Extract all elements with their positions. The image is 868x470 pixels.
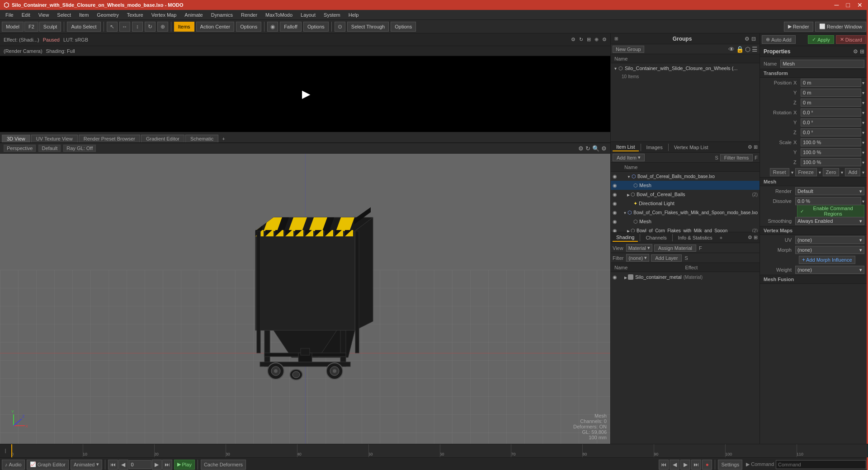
tab-channels[interactable]: Channels xyxy=(642,234,670,241)
menu-item[interactable]: Item xyxy=(75,11,92,19)
sculpt-button[interactable]: Sculpt xyxy=(39,22,61,32)
name-input[interactable]: Mesh xyxy=(780,60,864,68)
menu-view[interactable]: View xyxy=(35,11,53,19)
tool-icon-1[interactable]: ↖ xyxy=(107,22,118,32)
transport-4[interactable]: ⏭ xyxy=(691,460,701,470)
tool-icon-5[interactable]: ⊕ xyxy=(157,22,168,32)
enable-cmd-button[interactable]: Enable Command Regions xyxy=(797,205,864,217)
transform-section[interactable]: Transform xyxy=(760,69,868,78)
transport-1[interactable]: ⏮ xyxy=(659,460,669,470)
vp-icon-4[interactable]: ⊕ xyxy=(594,37,599,42)
position-x-input[interactable]: 0 m xyxy=(801,79,861,87)
select-through-icon[interactable]: ⊙ xyxy=(335,22,345,32)
add-item-button[interactable]: Add Item ▾ xyxy=(613,154,645,161)
item-visibility-3[interactable] xyxy=(613,192,620,197)
render-button[interactable]: ▶ Render xyxy=(784,22,813,32)
maximize-button[interactable]: □ xyxy=(844,1,852,9)
play-prev-button[interactable]: ◀ xyxy=(118,460,128,470)
groups-expand-btn[interactable]: ⊟ xyxy=(751,36,756,42)
groups-icon-2[interactable]: 🔒 xyxy=(736,46,744,53)
tool-icon-3[interactable]: ↕ xyxy=(132,22,143,32)
item-visibility-5[interactable] xyxy=(613,210,618,216)
play-button[interactable] xyxy=(292,80,319,108)
tool-icon-4[interactable]: ↻ xyxy=(145,22,156,32)
mesh-section[interactable]: Mesh xyxy=(760,177,868,186)
menu-geometry[interactable]: Geometry xyxy=(93,11,122,19)
menu-vertex-map[interactable]: Vertex Map xyxy=(148,11,180,19)
tab-shading[interactable]: Shading xyxy=(613,234,638,242)
il-icon-settings[interactable]: ⚙ xyxy=(748,144,752,150)
scale-z-input[interactable]: 100.0 % xyxy=(801,158,861,166)
options-button-3[interactable]: Options xyxy=(391,22,416,32)
menu-select[interactable]: Select xyxy=(53,11,75,19)
groups-settings-icon[interactable]: ⚙ xyxy=(745,36,750,42)
il-icon-expand[interactable]: ⊞ xyxy=(754,144,758,150)
item-visibility-1[interactable] xyxy=(613,174,620,179)
view-dropdown[interactable]: Material xyxy=(626,244,652,252)
tab-uv-texture[interactable]: UV Texture View xyxy=(31,135,78,142)
item-visibility-6[interactable] xyxy=(613,219,620,225)
add-morph-button[interactable]: Add Morph Influence xyxy=(799,256,855,264)
reset-button[interactable]: Reset xyxy=(770,168,789,176)
timeline-ruler[interactable]: 0102030405060708090100110120 xyxy=(11,444,868,457)
sh-expand[interactable] xyxy=(624,275,627,280)
zero-button[interactable]: Zero xyxy=(823,168,840,176)
close-button[interactable]: ✕ xyxy=(855,1,864,9)
list-item[interactable]: Directional Light xyxy=(611,199,760,208)
dissolve-slider[interactable]: 0.0 % xyxy=(795,197,861,205)
tab-images[interactable]: Images xyxy=(643,144,666,151)
prop-icon-1[interactable]: ⚙ xyxy=(853,48,858,55)
rotation-z-input[interactable]: 0.0 ° xyxy=(801,128,861,136)
new-group-button[interactable]: New Group xyxy=(613,46,644,53)
menu-render[interactable]: Render xyxy=(237,11,261,19)
vertex-maps-section[interactable]: Vertex Maps xyxy=(760,226,868,235)
menu-animate[interactable]: Animate xyxy=(181,11,206,19)
play-next-button[interactable]: ▶ xyxy=(152,460,162,470)
list-item[interactable]: ⬡ Bowl_of_Cereal_Balls (2) xyxy=(611,190,760,199)
settings-button[interactable]: Settings xyxy=(718,460,742,470)
shading-list-item[interactable]: Silo_container_metal (Material) xyxy=(611,272,760,282)
tab-render-preset[interactable]: Render Preset Browser xyxy=(79,135,140,142)
list-item[interactable]: ⬡ Bowl_of_Corn_Flakes_with_Milk_and_Spoo… xyxy=(611,226,760,232)
apply-button[interactable]: Apply xyxy=(808,35,834,44)
group-arrow[interactable] xyxy=(614,66,617,71)
item-visibility-7[interactable] xyxy=(613,228,620,233)
play-start-button[interactable]: ⏮ xyxy=(108,460,118,470)
play-button[interactable]: ▶ Play xyxy=(174,460,195,470)
command-input[interactable] xyxy=(776,460,866,469)
list-item[interactable]: ⬡ Bowl_of_Corn_Flakes_with_Milk_and_Spoo… xyxy=(611,208,760,217)
groups-icon-1[interactable]: 👁 xyxy=(728,46,735,53)
vp-icon-1[interactable]: ⚙ xyxy=(571,37,576,42)
scale-x-input[interactable]: 100.0 % xyxy=(801,138,861,146)
vp-icon-5[interactable]: ⚙ xyxy=(602,37,607,42)
options-button-1[interactable]: Options xyxy=(236,22,261,32)
add-layer-button[interactable]: Add Layer xyxy=(651,254,682,262)
rotation-y-input[interactable]: 0.0 ° xyxy=(801,118,861,127)
uv-dropdown[interactable]: (none) xyxy=(795,236,864,244)
rotation-x-input[interactable]: 0.0 ° xyxy=(801,108,861,117)
record-button[interactable]: ● xyxy=(702,460,712,470)
vp-icon-2[interactable]: ↻ xyxy=(579,37,583,42)
sh-add-tab[interactable]: + xyxy=(720,235,722,240)
freeze-button[interactable]: Freeze xyxy=(795,168,817,176)
vp-icon-3[interactable]: ⊞ xyxy=(587,37,591,42)
tab-info-stats[interactable]: Info & Statistics xyxy=(675,234,716,241)
filter-dropdown[interactable]: (none) xyxy=(626,254,649,262)
filter-items-button[interactable]: Filter Items xyxy=(720,154,753,161)
play-end-button[interactable]: ⏭ xyxy=(162,460,172,470)
menu-file[interactable]: File xyxy=(2,11,17,19)
falloff-icon[interactable]: ◉ xyxy=(267,22,278,32)
audio-button[interactable]: ♪ Audio xyxy=(2,460,25,470)
item-expand-5[interactable] xyxy=(623,210,627,215)
render-dropdown[interactable]: Default xyxy=(795,187,864,195)
scale-y-input[interactable]: 100.0 % xyxy=(801,148,861,156)
select-through-button[interactable]: Select Through xyxy=(347,22,389,32)
render-window-button[interactable]: ⬜ Render Window xyxy=(815,22,866,32)
options-button-2[interactable]: Options xyxy=(303,22,329,32)
list-item[interactable]: ⬡ Bowl_of_Cereal_Balls_modo_base.lxo xyxy=(611,172,760,181)
tool-icon-2[interactable]: ↔ xyxy=(119,22,130,32)
graph-editor-button[interactable]: 📈 Graph Editor xyxy=(27,460,69,470)
item-expand-7[interactable] xyxy=(627,228,630,233)
groups-icon-3[interactable]: ⬡ xyxy=(745,46,750,53)
transport-3[interactable]: ▶ xyxy=(680,460,690,470)
